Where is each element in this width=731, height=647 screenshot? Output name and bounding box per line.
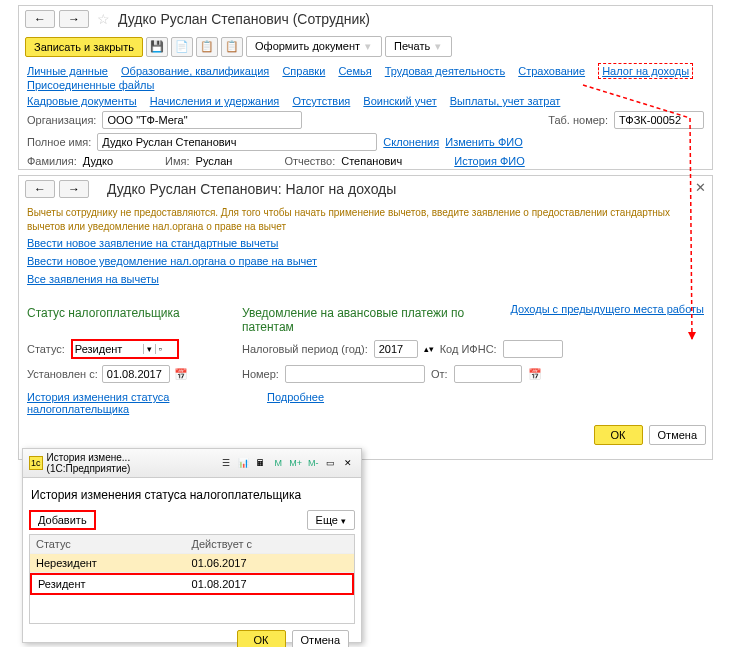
form-icon[interactable]: 📋	[221, 37, 243, 57]
cancel-button[interactable]: Отмена	[292, 630, 349, 647]
ifns-label: Код ИФНС:	[440, 343, 497, 355]
patro-label: Отчество:	[284, 155, 335, 167]
link-all-apps[interactable]: Все заявления на вычеты	[27, 273, 159, 285]
document-button[interactable]: Оформить документ ▾	[246, 36, 382, 57]
patro-value: Степанович	[341, 155, 402, 167]
more-link[interactable]: Подробнее	[267, 391, 324, 403]
name-value: Руслан	[196, 155, 233, 167]
setdate-input[interactable]	[102, 365, 170, 383]
app-icon: 1c	[29, 456, 43, 470]
forward-button[interactable]: →	[59, 180, 89, 198]
more-button[interactable]: Еще ▾	[307, 510, 355, 530]
edit-fio-link[interactable]: Изменить ФИО	[445, 136, 523, 148]
status-label: Статус:	[27, 343, 65, 355]
tab-personal[interactable]: Личные данные	[27, 65, 108, 77]
tab-hr-docs[interactable]: Кадровые документы	[27, 95, 137, 107]
calendar-icon[interactable]: 📅	[528, 368, 542, 381]
num-input[interactable]	[285, 365, 425, 383]
tb-icon-3[interactable]: 🖩	[254, 456, 268, 470]
surname-value: Дудко	[83, 155, 113, 167]
from-label: От:	[431, 368, 448, 380]
tb-mminus[interactable]: M-	[306, 456, 320, 470]
back-button[interactable]: ←	[25, 180, 55, 198]
table-row[interactable]: Нерезидент 01.06.2017	[30, 554, 354, 573]
calendar-icon[interactable]: 📅	[174, 368, 188, 381]
dialog-title: История изменения статуса налогоплательщ…	[29, 484, 355, 510]
prev-income-link[interactable]: Доходы с предыдущего места работы	[510, 303, 704, 315]
list-icon[interactable]: 📋	[196, 37, 218, 57]
tab-payments[interactable]: Выплаты, учет затрат	[450, 95, 561, 107]
back-button[interactable]: ←	[25, 10, 55, 28]
titlebar-text: История измене... (1С:Предприятие)	[47, 452, 211, 474]
save-icon[interactable]: 💾	[146, 37, 168, 57]
fio-history-link[interactable]: История ФИО	[454, 155, 525, 167]
tb-m[interactable]: M	[271, 456, 285, 470]
ok-button[interactable]: ОК	[594, 425, 643, 445]
tab-refs[interactable]: Справки	[282, 65, 325, 77]
notify-header: Уведомление на авансовые платежи по пате…	[242, 303, 490, 337]
col-date: Действует с	[186, 535, 354, 553]
tab-accruals[interactable]: Начисления и удержания	[150, 95, 280, 107]
tb-close-icon[interactable]: ▭	[324, 456, 338, 470]
tb-mplus[interactable]: M+	[289, 456, 303, 470]
table-row[interactable]: Резидент 01.08.2017	[30, 573, 354, 595]
cell-status: Нерезидент	[30, 554, 186, 572]
cancel-button[interactable]: Отмена	[649, 425, 706, 445]
info-text: Вычеты сотруднику не предоставляются. Дл…	[19, 202, 712, 237]
link-standard-deduct[interactable]: Ввести новое заявление на стандартные вы…	[27, 237, 278, 249]
create-icon[interactable]: 📄	[171, 37, 193, 57]
tb-icon-1[interactable]: ☰	[219, 456, 233, 470]
forward-button[interactable]: →	[59, 10, 89, 28]
period-label: Налоговый период (год):	[242, 343, 368, 355]
star-icon[interactable]: ☆	[97, 11, 110, 27]
tab-tax[interactable]: Налог на доходы	[598, 63, 693, 79]
close-icon[interactable]: ✕	[695, 180, 706, 195]
name-label: Имя:	[165, 155, 189, 167]
ifns-input[interactable]	[503, 340, 563, 358]
setdate-label: Установлен с:	[27, 368, 98, 380]
from-input[interactable]	[454, 365, 522, 383]
tab-military[interactable]: Воинский учет	[363, 95, 436, 107]
window-title: Дудко Руслан Степанович (Сотрудник)	[118, 11, 370, 27]
fullname-input[interactable]	[97, 133, 377, 151]
link-tax-notice[interactable]: Ввести новое уведомление нал.органа о пр…	[27, 255, 317, 267]
print-button[interactable]: Печать ▾	[385, 36, 452, 57]
tab-insurance[interactable]: Страхование	[518, 65, 585, 77]
fullname-label: Полное имя:	[27, 136, 91, 148]
tab-absence[interactable]: Отсутствия	[292, 95, 350, 107]
dropdown-caret-icon[interactable]: ▾	[143, 344, 155, 354]
org-input[interactable]	[102, 111, 302, 129]
status-header: Статус налогоплательщика	[27, 303, 222, 323]
status-history-link[interactable]: История изменения статуса налогоплательщ…	[27, 391, 169, 415]
ok-button[interactable]: ОК	[237, 630, 286, 647]
status-dropdown[interactable]: ▾ ▫	[71, 339, 179, 359]
col-status: Статус	[30, 535, 186, 553]
save-close-button[interactable]: Записать и закрыть	[25, 37, 143, 57]
period-input[interactable]	[374, 340, 418, 358]
status-input[interactable]	[73, 341, 143, 357]
close-icon[interactable]: ✕	[342, 456, 356, 470]
cell-status: Резидент	[32, 575, 186, 593]
tabnum-label: Таб. номер:	[548, 114, 608, 126]
dropdown-open-icon[interactable]: ▫	[155, 344, 165, 354]
cell-date: 01.06.2017	[186, 554, 354, 572]
status-table: Статус Действует с Нерезидент 01.06.2017…	[29, 534, 355, 624]
tab-work[interactable]: Трудовая деятельность	[385, 65, 505, 77]
org-label: Организация:	[27, 114, 96, 126]
tab-education[interactable]: Образование, квалификация	[121, 65, 269, 77]
surname-label: Фамилия:	[27, 155, 77, 167]
cell-date: 01.08.2017	[186, 575, 352, 593]
tab-family[interactable]: Семья	[338, 65, 371, 77]
declension-link[interactable]: Склонения	[383, 136, 439, 148]
tb-icon-2[interactable]: 📊	[236, 456, 250, 470]
add-button[interactable]: Добавить	[29, 510, 96, 530]
window-title: Дудко Руслан Степанович: Налог на доходы	[107, 181, 396, 197]
spinner-icon[interactable]: ▴▾	[424, 344, 434, 354]
tabnum-input[interactable]	[614, 111, 704, 129]
tab-files[interactable]: Присоединенные файлы	[27, 79, 154, 91]
num-label: Номер:	[242, 368, 279, 380]
